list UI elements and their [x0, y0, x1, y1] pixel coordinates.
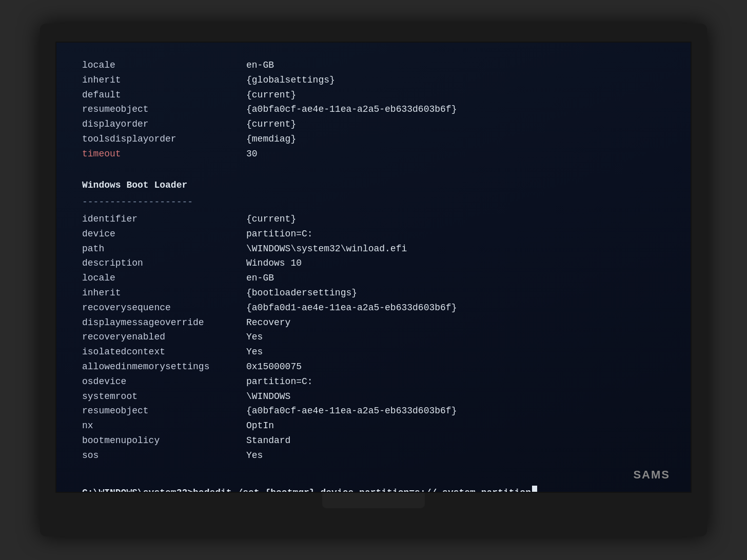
val-systemroot: \WINDOWS: [246, 389, 290, 404]
val-allowedinmemorysettings: 0x15000075: [246, 359, 302, 374]
val-recoveryenabled: Yes: [246, 330, 263, 345]
key-resumeobject-2: resumeobject: [82, 404, 246, 418]
key-inherit-bl: inherit: [82, 286, 246, 301]
separator: --------------------: [82, 195, 665, 210]
key-sos: sos: [82, 448, 246, 463]
val-toolsdisplayorder: {memdiag}: [246, 132, 296, 147]
key-osdevice: osdevice: [82, 374, 246, 389]
command-line: C:\WINDOWS\system32>bcdedit /set {bootmg…: [82, 486, 665, 493]
line-device: device partition=C:: [82, 227, 665, 242]
val-nx: OptIn: [246, 418, 274, 433]
val-path: \WINDOWS\system32\winload.efi: [246, 242, 407, 256]
screen: locale en-GB inherit {globalsettings} de…: [55, 42, 692, 493]
val-description: Windows 10: [246, 256, 302, 271]
line-locale: locale en-GB: [82, 58, 665, 73]
line-nx: nx OptIn: [82, 418, 665, 433]
val-device: partition=C:: [246, 227, 313, 242]
line-resumeobject-2: resumeobject {a0bfa0cf-ae4e-11ea-a2a5-eb…: [82, 404, 665, 418]
key-path: path: [82, 242, 246, 256]
key-description: description: [82, 256, 246, 271]
line-displayorder: displayorder {current}: [82, 117, 665, 132]
blank-line-2: [82, 463, 665, 478]
line-inherit: inherit {globalsettings}: [82, 73, 665, 88]
key-inherit: inherit: [82, 73, 246, 88]
section-header: Windows Boot Loader: [82, 178, 665, 193]
line-toolsdisplayorder: toolsdisplayorder {memdiag}: [82, 132, 665, 147]
line-identifier: identifier {current}: [82, 212, 665, 227]
key-locale: locale: [82, 58, 246, 73]
line-recoveryenabled: recoveryenabled Yes: [82, 330, 665, 345]
val-locale: en-GB: [246, 58, 274, 73]
line-description: description Windows 10: [82, 256, 665, 271]
blank-line-1: [82, 162, 665, 176]
key-systemroot: systemroot: [82, 389, 246, 404]
val-timeout: 30: [246, 147, 258, 162]
key-toolsdisplayorder: toolsdisplayorder: [82, 132, 246, 147]
samsung-logo: SAMS: [633, 468, 670, 482]
line-inherit-bl: inherit {bootloadersettings}: [82, 286, 665, 301]
line-displaymessageoverride: displaymessageoverride Recovery: [82, 315, 665, 330]
key-locale-bl: locale: [82, 271, 246, 286]
val-inherit-bl: {bootloadersettings}: [246, 286, 357, 301]
line-sos: sos Yes: [82, 448, 665, 463]
key-isolatedcontext: isolatedcontext: [82, 345, 246, 359]
line-systemroot: systemroot \WINDOWS: [82, 389, 665, 404]
key-resumeobject-1: resumeobject: [82, 102, 246, 117]
line-recoverysequence: recoverysequence {a0bfa0d1-ae4e-11ea-a2a…: [82, 301, 665, 315]
monitor-outer: locale en-GB inherit {globalsettings} de…: [40, 24, 707, 536]
val-resumeobject-2: {a0bfa0cf-ae4e-11ea-a2a5-eb633d603b6f}: [246, 404, 457, 418]
val-osdevice: partition=C:: [246, 374, 313, 389]
key-device: device: [82, 227, 246, 242]
val-default: {current}: [246, 88, 296, 103]
val-identifier: {current}: [246, 212, 296, 227]
val-recoverysequence: {a0bfa0d1-ae4e-11ea-a2a5-eb633d603b6f}: [246, 301, 457, 315]
val-resumeobject-1: {a0bfa0cf-ae4e-11ea-a2a5-eb633d603b6f}: [246, 102, 457, 117]
key-timeout: timeout: [82, 147, 246, 162]
val-bootmenupolicy: Standard: [246, 433, 290, 448]
monitor-bottom: [322, 493, 425, 508]
line-osdevice: osdevice partition=C:: [82, 374, 665, 389]
key-displaymessageoverride: displaymessageoverride: [82, 315, 246, 330]
line-timeout: timeout 30: [82, 147, 665, 162]
key-default: default: [82, 88, 246, 103]
line-isolatedcontext: isolatedcontext Yes: [82, 345, 665, 359]
key-displayorder: displayorder: [82, 117, 246, 132]
val-inherit: {globalsettings}: [246, 73, 335, 88]
monitor-stand: [348, 508, 399, 518]
command-text: C:\WINDOWS\system32>bcdedit /set {bootmg…: [82, 486, 531, 493]
val-sos: Yes: [246, 448, 263, 463]
cursor-icon: [532, 486, 537, 493]
line-bootmenupolicy: bootmenupolicy Standard: [82, 433, 665, 448]
key-nx: nx: [82, 418, 246, 433]
line-locale-bl: locale en-GB: [82, 271, 665, 286]
line-resumeobject-1: resumeobject {a0bfa0cf-ae4e-11ea-a2a5-eb…: [82, 102, 665, 117]
val-displaymessageoverride: Recovery: [246, 315, 290, 330]
key-allowedinmemorysettings: allowedinmemorysettings: [82, 359, 246, 374]
line-path: path \WINDOWS\system32\winload.efi: [82, 242, 665, 256]
key-identifier: identifier: [82, 212, 246, 227]
key-recoveryenabled: recoveryenabled: [82, 330, 246, 345]
key-recoverysequence: recoverysequence: [82, 301, 246, 315]
val-locale-bl: en-GB: [246, 271, 274, 286]
key-bootmenupolicy: bootmenupolicy: [82, 433, 246, 448]
val-displayorder: {current}: [246, 117, 296, 132]
terminal: locale en-GB inherit {globalsettings} de…: [56, 43, 691, 492]
line-allowedinmemorysettings: allowedinmemorysettings 0x15000075: [82, 359, 665, 374]
val-isolatedcontext: Yes: [246, 345, 263, 359]
line-default: default {current}: [82, 88, 665, 103]
